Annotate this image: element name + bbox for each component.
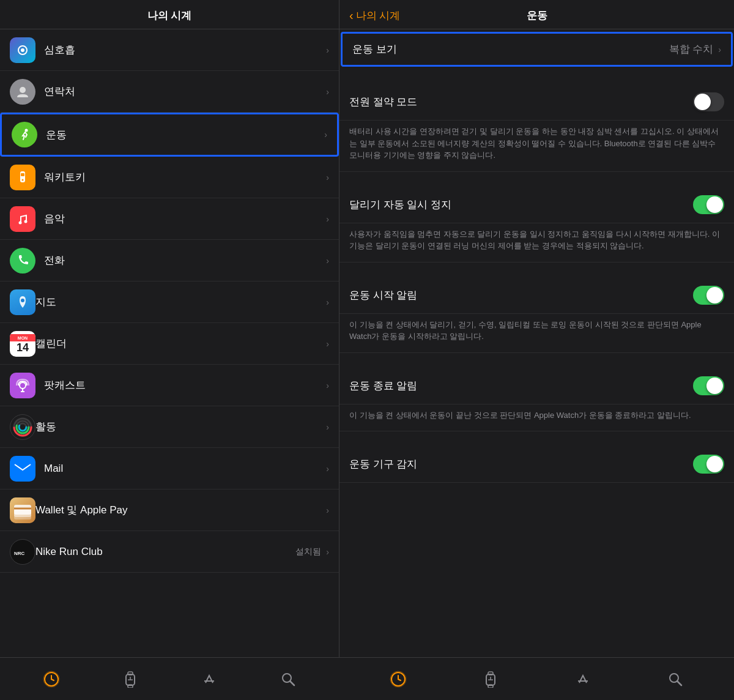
item-label-calendar: 캘린더 [35,337,326,351]
item-label-activity: 활동 [35,420,326,434]
toggle-knob [694,94,711,110]
list-item-phone[interactable]: 전화 › [0,240,339,281]
list-item-podcast[interactable]: 팟캐스트 › [0,365,339,406]
tab-watch-right[interactable] [482,671,499,688]
workout-end-label: 운동 종료 알림 [349,379,693,393]
svg-line-42 [398,679,401,680]
item-label-phone: 전화 [44,253,326,267]
left-tab-bar [0,671,339,688]
svg-rect-44 [488,672,493,675]
run-autopause-toggle[interactable] [693,195,724,214]
svg-text:NRC: NRC [14,551,25,556]
workout-start-label: 운동 시작 알림 [349,288,693,302]
toggle-knob-5 [706,456,723,472]
tab-search-right[interactable] [667,671,684,688]
right-panel: ‹ 나의 시계 운동 운동 보기 복합 수치 › 전원 절약 모드 배터리 사용… [339,0,734,657]
walkie-icon [10,165,35,190]
item-label-music: 음악 [44,212,326,226]
item-label-mail: Mail [44,463,326,475]
svg-line-50 [677,681,681,685]
item-label-podcast: 팟캐스트 [44,378,326,392]
calendar-icon: MON 14 [10,331,35,357]
workout-end-desc: 이 기능을 켠 상태에서 운동이 끝난 것으로 판단되면 Apple Watch… [339,404,734,432]
chevron-phone: › [326,256,329,266]
workout-view-row[interactable]: 운동 보기 복합 수치 › [341,32,733,67]
tab-appstore-left[interactable] [201,671,218,688]
workout-start-alert-row[interactable]: 운동 시작 알림 [339,277,734,314]
back-label: 나의 시계 [356,9,401,23]
svg-point-7 [22,179,24,181]
workout-end-toggle[interactable] [693,376,724,395]
chevron-workout: › [324,130,327,140]
chevron-calendar: › [326,339,329,349]
workout-view-value: 복합 수치 [669,42,714,56]
podcast-icon [10,373,35,398]
toggle-knob-4 [706,378,723,394]
run-autopause-label: 달리기 자동 일시 정지 [349,198,693,212]
music-icon [10,206,35,232]
chevron-breathing: › [326,45,329,55]
spacer4 [339,353,734,368]
workout-view-chevron: › [718,45,721,54]
list-item-maps[interactable]: 지도 › [0,281,339,323]
svg-point-1 [21,48,24,52]
list-item-walkie[interactable]: 워키토키 › [0,157,339,198]
run-autopause-row[interactable]: 달리기 자동 일시 정지 [339,187,734,223]
toggle-knob-3 [706,287,723,303]
tab-watch-face-left[interactable] [43,671,60,688]
svg-rect-32 [128,672,133,675]
tab-appstore-right[interactable] [574,671,591,688]
power-save-toggle[interactable] [693,92,724,111]
item-label-breathing: 심호흡 [44,43,326,57]
item-label-walkie: 워키토키 [44,170,326,184]
item-label-nike: Nike Run Club [35,546,295,558]
svg-point-4 [25,129,28,132]
chevron-music: › [326,214,329,224]
left-panel-header: 나의 시계 [0,0,339,29]
list-item-mail[interactable]: Mail › [0,448,339,490]
item-label-contacts: 연락처 [44,84,326,99]
workout-end-alert-row[interactable]: 운동 종료 알림 [339,368,734,404]
svg-rect-33 [128,685,133,688]
mail-icon [10,456,35,482]
left-panel: 나의 시계 심호흡 › [0,0,339,657]
tab-watch-face-right[interactable] [390,671,407,688]
svg-point-10 [21,299,24,302]
list-item-contacts[interactable]: 연락처 › [0,71,339,113]
spacer5 [339,431,734,446]
right-tab-bar [339,671,734,688]
list-item-nike[interactable]: NRC Nike Run Club 설치됨 › [0,531,339,573]
list-item-calendar[interactable]: MON 14 캘린더 › [0,323,339,365]
svg-point-2 [20,87,26,93]
tab-search-left[interactable] [280,671,297,688]
tab-bar [0,657,734,700]
power-save-label: 전원 절약 모드 [349,95,693,109]
back-chevron-icon: ‹ [349,9,354,23]
run-autopause-desc: 사용자가 움직임을 멈추면 자동으로 달리기 운동을 일시 정지하고 움직임을 … [339,223,734,262]
maps-icon [10,289,35,315]
workout-equipment-toggle[interactable] [693,455,724,474]
svg-rect-6 [21,173,24,176]
svg-point-9 [24,220,28,223]
nike-icon: NRC [10,539,35,565]
list-item-activity[interactable]: 활동 › [0,406,339,448]
power-save-desc: 배터리 사용 시간을 연장하려면 걷기 및 달리기 운동을 하는 동안 내장 심… [339,121,734,172]
chevron-wallet: › [326,505,329,515]
chevron-nike: › [326,547,329,557]
right-header: ‹ 나의 시계 운동 [339,0,734,29]
workout-equipment-label: 운동 기구 감지 [349,457,693,471]
svg-line-30 [51,679,54,680]
list-item-breathing[interactable]: 심호흡 › [0,29,339,71]
workout-start-toggle[interactable] [693,286,724,305]
power-save-row[interactable]: 전원 절약 모드 [339,84,734,121]
workout-view-label: 운동 보기 [352,42,669,56]
workout-icon [12,122,37,147]
list-item-wallet[interactable]: Wallet 및 Apple Pay › [0,490,339,531]
workout-equipment-row[interactable]: 운동 기구 감지 [339,446,734,483]
list-item-workout[interactable]: 운동 › [0,113,339,157]
list-item-music[interactable]: 음악 › [0,198,339,240]
left-list: 심호흡 › 연락처 › [0,29,339,657]
tab-watch-left[interactable] [122,671,139,688]
wallet-icon [10,497,35,523]
back-button[interactable]: ‹ 나의 시계 [349,9,400,23]
